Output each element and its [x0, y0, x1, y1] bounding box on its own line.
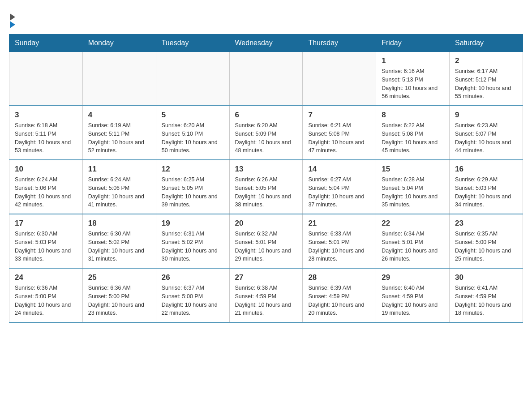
day-info: Sunrise: 6:32 AMSunset: 5:01 PMDaylight:… [235, 230, 297, 263]
calendar-header: SundayMondayTuesdayWednesdayThursdayFrid… [9, 34, 523, 52]
weekday-header-monday: Monday [82, 34, 156, 52]
calendar-cell: 22Sunrise: 6:34 AMSunset: 5:01 PMDayligh… [376, 214, 450, 268]
day-number: 1 [382, 56, 444, 65]
day-info: Sunrise: 6:21 AMSunset: 5:08 PMDaylight:… [308, 121, 370, 155]
calendar-cell: 13Sunrise: 6:26 AMSunset: 5:05 PMDayligh… [229, 160, 303, 214]
calendar-cell: 6Sunrise: 6:20 AMSunset: 5:09 PMDaylight… [229, 106, 303, 160]
day-info: Sunrise: 6:41 AMSunset: 4:59 PMDaylight:… [455, 284, 517, 317]
calendar-cell: 14Sunrise: 6:27 AMSunset: 5:04 PMDayligh… [303, 160, 376, 214]
day-info: Sunrise: 6:31 AMSunset: 5:02 PMDaylight:… [162, 230, 224, 263]
day-number: 7 [308, 111, 370, 120]
logo-arrow-top [10, 13, 15, 21]
day-info: Sunrise: 6:40 AMSunset: 4:59 PMDaylight:… [382, 284, 444, 317]
calendar-cell [82, 52, 156, 106]
day-info: Sunrise: 6:39 AMSunset: 4:59 PMDaylight:… [308, 284, 370, 317]
day-number: 4 [88, 111, 150, 120]
day-info: Sunrise: 6:25 AMSunset: 5:05 PMDaylight:… [162, 176, 224, 209]
day-number: 3 [15, 111, 77, 120]
day-info: Sunrise: 6:36 AMSunset: 5:00 PMDaylight:… [15, 284, 77, 317]
day-number: 22 [382, 219, 444, 228]
day-number: 17 [15, 219, 77, 228]
day-info: Sunrise: 6:22 AMSunset: 5:08 PMDaylight:… [382, 121, 444, 155]
day-number: 28 [308, 273, 370, 282]
calendar-cell: 23Sunrise: 6:35 AMSunset: 5:00 PMDayligh… [450, 214, 523, 268]
day-number: 2 [455, 56, 517, 65]
day-info: Sunrise: 6:24 AMSunset: 5:06 PMDaylight:… [88, 176, 150, 209]
weekday-header-wednesday: Wednesday [229, 34, 303, 52]
day-number: 5 [162, 111, 224, 120]
day-info: Sunrise: 6:24 AMSunset: 5:06 PMDaylight:… [15, 176, 77, 209]
calendar-cell: 12Sunrise: 6:25 AMSunset: 5:05 PMDayligh… [156, 160, 229, 214]
calendar-cell: 16Sunrise: 6:29 AMSunset: 5:03 PMDayligh… [450, 160, 523, 214]
calendar-cell [303, 52, 376, 106]
day-number: 27 [235, 273, 297, 282]
calendar-cell: 15Sunrise: 6:28 AMSunset: 5:04 PMDayligh… [376, 160, 450, 214]
day-number: 9 [455, 111, 517, 120]
day-info: Sunrise: 6:33 AMSunset: 5:01 PMDaylight:… [308, 230, 370, 263]
day-info: Sunrise: 6:37 AMSunset: 5:00 PMDaylight:… [162, 284, 224, 317]
day-number: 21 [308, 219, 370, 228]
calendar-cell: 28Sunrise: 6:39 AMSunset: 4:59 PMDayligh… [303, 268, 376, 322]
day-number: 6 [235, 111, 297, 120]
day-number: 15 [382, 165, 444, 174]
calendar-cell: 21Sunrise: 6:33 AMSunset: 5:01 PMDayligh… [303, 214, 376, 268]
day-info: Sunrise: 6:30 AMSunset: 5:03 PMDaylight:… [15, 230, 77, 263]
calendar-cell: 24Sunrise: 6:36 AMSunset: 5:00 PMDayligh… [9, 268, 83, 322]
weekday-header-sunday: Sunday [9, 34, 83, 52]
calendar-week-2: 3Sunrise: 6:18 AMSunset: 5:11 PMDaylight… [9, 106, 523, 160]
calendar-cell: 30Sunrise: 6:41 AMSunset: 4:59 PMDayligh… [450, 268, 523, 322]
calendar-table: SundayMondayTuesdayWednesdayThursdayFrid… [9, 34, 523, 323]
day-info: Sunrise: 6:29 AMSunset: 5:03 PMDaylight:… [455, 176, 517, 209]
calendar-cell: 27Sunrise: 6:38 AMSunset: 4:59 PMDayligh… [229, 268, 303, 322]
calendar-cell [229, 52, 303, 106]
calendar-cell [9, 52, 83, 106]
day-info: Sunrise: 6:23 AMSunset: 5:07 PMDaylight:… [455, 121, 517, 155]
day-info: Sunrise: 6:16 AMSunset: 5:13 PMDaylight:… [382, 67, 444, 101]
day-info: Sunrise: 6:34 AMSunset: 5:01 PMDaylight:… [382, 230, 444, 263]
day-info: Sunrise: 6:26 AMSunset: 5:05 PMDaylight:… [235, 176, 297, 209]
logo-arrow-bottom [10, 21, 15, 28]
day-info: Sunrise: 6:36 AMSunset: 5:00 PMDaylight:… [88, 284, 150, 317]
weekday-header-tuesday: Tuesday [156, 34, 229, 52]
calendar-cell: 10Sunrise: 6:24 AMSunset: 5:06 PMDayligh… [9, 160, 83, 214]
calendar-week-5: 24Sunrise: 6:36 AMSunset: 5:00 PMDayligh… [9, 268, 523, 322]
day-info: Sunrise: 6:30 AMSunset: 5:02 PMDaylight:… [88, 230, 150, 263]
logo-text [9, 13, 15, 27]
day-number: 12 [162, 165, 224, 174]
day-number: 26 [162, 273, 224, 282]
weekday-header-row: SundayMondayTuesdayWednesdayThursdayFrid… [9, 34, 523, 52]
day-info: Sunrise: 6:38 AMSunset: 4:59 PMDaylight:… [235, 284, 297, 317]
day-number: 13 [235, 165, 297, 174]
day-number: 24 [15, 273, 77, 282]
calendar-cell: 1Sunrise: 6:16 AMSunset: 5:13 PMDaylight… [376, 52, 450, 106]
calendar-week-1: 1Sunrise: 6:16 AMSunset: 5:13 PMDaylight… [9, 52, 523, 106]
weekday-header-saturday: Saturday [450, 34, 523, 52]
day-number: 8 [382, 111, 444, 120]
day-info: Sunrise: 6:28 AMSunset: 5:04 PMDaylight:… [382, 176, 444, 209]
day-number: 11 [88, 165, 150, 174]
calendar-cell: 18Sunrise: 6:30 AMSunset: 5:02 PMDayligh… [82, 214, 156, 268]
calendar-cell: 19Sunrise: 6:31 AMSunset: 5:02 PMDayligh… [156, 214, 229, 268]
day-number: 14 [308, 165, 370, 174]
day-info: Sunrise: 6:18 AMSunset: 5:11 PMDaylight:… [15, 121, 77, 155]
day-number: 29 [382, 273, 444, 282]
day-info: Sunrise: 6:19 AMSunset: 5:11 PMDaylight:… [88, 121, 150, 155]
calendar-cell: 25Sunrise: 6:36 AMSunset: 5:00 PMDayligh… [82, 268, 156, 322]
day-number: 10 [15, 165, 77, 174]
calendar-body: 1Sunrise: 6:16 AMSunset: 5:13 PMDaylight… [9, 52, 523, 323]
day-number: 20 [235, 219, 297, 228]
day-number: 16 [455, 165, 517, 174]
calendar-cell: 26Sunrise: 6:37 AMSunset: 5:00 PMDayligh… [156, 268, 229, 322]
weekday-header-thursday: Thursday [303, 34, 376, 52]
calendar-cell: 5Sunrise: 6:20 AMSunset: 5:10 PMDaylight… [156, 106, 229, 160]
calendar-cell: 8Sunrise: 6:22 AMSunset: 5:08 PMDaylight… [376, 106, 450, 160]
weekday-header-friday: Friday [376, 34, 450, 52]
day-info: Sunrise: 6:20 AMSunset: 5:09 PMDaylight:… [235, 121, 297, 155]
calendar-cell: 29Sunrise: 6:40 AMSunset: 4:59 PMDayligh… [376, 268, 450, 322]
day-number: 18 [88, 219, 150, 228]
calendar-cell: 2Sunrise: 6:17 AMSunset: 5:12 PMDaylight… [450, 52, 523, 106]
calendar-week-3: 10Sunrise: 6:24 AMSunset: 5:06 PMDayligh… [9, 160, 523, 214]
calendar-cell: 7Sunrise: 6:21 AMSunset: 5:08 PMDaylight… [303, 106, 376, 160]
calendar-cell: 17Sunrise: 6:30 AMSunset: 5:03 PMDayligh… [9, 214, 83, 268]
day-number: 25 [88, 273, 150, 282]
